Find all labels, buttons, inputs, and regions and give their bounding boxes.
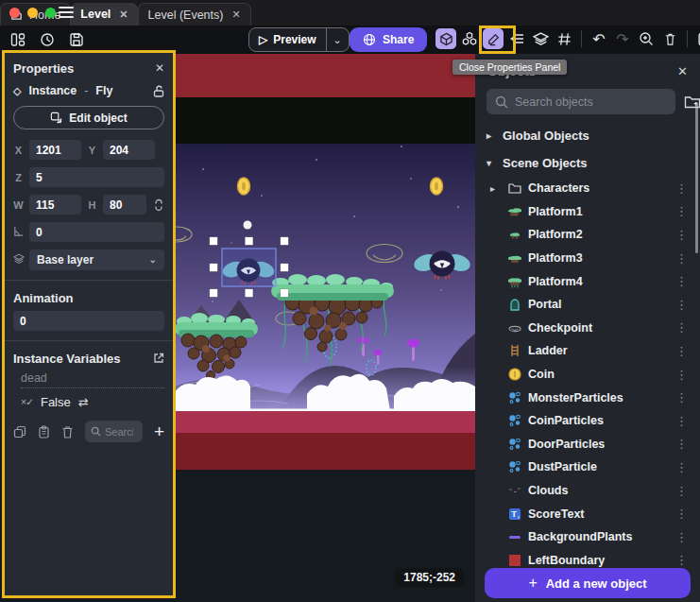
group-label: Global Objects xyxy=(503,129,589,143)
edit-scene-pencil-icon[interactable] xyxy=(483,28,504,49)
preview-dropdown[interactable]: ⌄ xyxy=(326,28,349,51)
group-scene-objects[interactable]: ▾ Scene Objects xyxy=(475,149,700,177)
scene-canvas[interactable]: 1785;-252 xyxy=(175,54,475,602)
coin[interactable] xyxy=(431,178,443,195)
object-list-item[interactable]: Clouds ⋮ xyxy=(475,479,700,503)
object-list-item[interactable]: Checkpoint ⋮ xyxy=(475,317,700,340)
toggle-value-icon[interactable]: ⇄ xyxy=(78,395,89,409)
kebab-menu-icon[interactable]: ⋮ xyxy=(673,437,691,451)
paste-icon[interactable] xyxy=(38,425,50,439)
angle-icon xyxy=(13,226,24,236)
kebab-menu-icon[interactable]: ⋮ xyxy=(673,414,691,428)
close-tab-icon[interactable]: ✕ xyxy=(117,9,128,21)
object-list-item[interactable]: MonsterParticles ⋮ xyxy=(475,386,700,409)
kebab-menu-icon[interactable]: ⋮ xyxy=(673,507,691,521)
history-clock-icon[interactable] xyxy=(37,29,58,50)
variables-search-input[interactable] xyxy=(105,426,133,438)
preview-button[interactable]: ▷ Preview ⌄ xyxy=(248,27,350,52)
kebab-menu-icon[interactable]: ⋮ xyxy=(673,274,691,288)
object-list-item[interactable]: CoinParticles ⋮ xyxy=(475,409,700,433)
unlock-icon[interactable] xyxy=(153,85,164,97)
layer-select[interactable]: Base layer ⌄ xyxy=(29,249,164,270)
objects-scrollbar[interactable] xyxy=(695,102,698,253)
object-item-label: DoorParticles xyxy=(528,438,667,451)
close-window-button[interactable] xyxy=(9,8,20,18)
kebab-menu-icon[interactable]: ⋮ xyxy=(673,181,691,196)
animation-field[interactable] xyxy=(13,311,164,331)
toolbar-divider xyxy=(581,30,582,47)
zoom-in-icon[interactable] xyxy=(636,28,657,49)
kebab-menu-icon[interactable]: ⋮ xyxy=(673,251,691,266)
height-field[interactable] xyxy=(103,195,146,215)
kebab-menu-icon[interactable]: ⋮ xyxy=(673,204,691,218)
group-global-objects[interactable]: ▸ Global Objects xyxy=(475,122,700,149)
minimize-window-button[interactable] xyxy=(27,8,38,18)
close-objects-icon[interactable]: ✕ xyxy=(677,64,688,78)
object-list-item[interactable]: Ladder ⋮ xyxy=(475,339,700,363)
caret-right-icon[interactable]: ▸ xyxy=(490,183,501,194)
variable-value[interactable]: False xyxy=(41,395,71,409)
objects-list: ▸ Characters ⋮ Platform1 ⋮ Platform2 ⋮ P… xyxy=(475,177,700,595)
layers-icon[interactable] xyxy=(530,28,551,49)
add-variable-button[interactable]: + xyxy=(154,422,164,440)
y-field[interactable] xyxy=(103,140,155,160)
close-tab-icon[interactable]: ✕ xyxy=(230,9,240,21)
width-field[interactable] xyxy=(29,195,81,215)
add-new-object-button[interactable]: + Add a new object xyxy=(485,568,691,598)
save-icon[interactable] xyxy=(66,29,87,50)
angle-field[interactable] xyxy=(29,222,164,242)
panels-layout-icon[interactable] xyxy=(8,29,28,50)
delete-icon[interactable] xyxy=(659,28,680,49)
main-menu-icon[interactable] xyxy=(59,7,74,18)
object-item-label: MonsterParticles xyxy=(528,391,667,404)
aspect-ratio-link-icon[interactable] xyxy=(154,198,163,212)
trash-icon[interactable] xyxy=(61,425,74,439)
redo-icon[interactable]: ↷ xyxy=(612,28,633,49)
share-button[interactable]: Share xyxy=(350,27,427,52)
kebab-menu-icon[interactable]: ⋮ xyxy=(673,484,691,498)
variable-name[interactable]: dead xyxy=(21,371,164,388)
grid-icon[interactable] xyxy=(554,28,574,49)
objects-search[interactable] xyxy=(487,89,675,114)
object-list-item[interactable]: ▸ Characters ⋮ xyxy=(475,177,700,200)
close-properties-icon[interactable]: ✕ xyxy=(155,61,164,75)
object-groups-icon[interactable] xyxy=(459,28,480,49)
object-list-item[interactable]: Coin ⋮ xyxy=(475,363,700,387)
kebab-menu-icon[interactable]: ⋮ xyxy=(673,228,691,242)
x-label: X xyxy=(13,145,24,156)
tab-level[interactable]: Level ✕ xyxy=(71,3,137,26)
copy-icon[interactable] xyxy=(13,425,26,439)
object-list-item[interactable]: BackgroundPlants ⋮ xyxy=(475,525,700,549)
object-list-item[interactable]: Portal ⋮ xyxy=(475,293,700,317)
object-item-label: Portal xyxy=(528,298,667,311)
object-list-item[interactable]: Platform4 ⋮ xyxy=(475,269,700,293)
undo-icon[interactable]: ↶ xyxy=(589,28,609,49)
kebab-menu-icon[interactable]: ⋮ xyxy=(673,553,691,567)
kebab-menu-icon[interactable]: ⋮ xyxy=(673,320,691,335)
object-list-item[interactable]: DustParticle ⋮ xyxy=(475,456,700,479)
object-list-item[interactable]: Platform1 ⋮ xyxy=(475,200,700,224)
kebab-menu-icon[interactable]: ⋮ xyxy=(673,460,691,474)
kebab-menu-icon[interactable]: ⋮ xyxy=(673,390,691,404)
tab-level-events[interactable]: Level (Events) ✕ xyxy=(138,3,251,26)
x-field[interactable] xyxy=(29,140,81,160)
object-list-item[interactable]: Platform2 ⋮ xyxy=(475,223,700,247)
objects-search-input[interactable] xyxy=(515,95,667,109)
open-variables-editor-icon[interactable] xyxy=(153,353,164,364)
object-list-item[interactable]: DoorParticles ⋮ xyxy=(475,433,700,456)
z-field[interactable] xyxy=(29,167,164,187)
object-item-label: Characters xyxy=(528,181,667,195)
kebab-menu-icon[interactable]: ⋮ xyxy=(673,344,691,358)
coin[interactable] xyxy=(238,178,250,195)
notes-edit-icon[interactable] xyxy=(694,28,700,49)
kebab-menu-icon[interactable]: ⋮ xyxy=(673,368,691,382)
variables-search[interactable] xyxy=(85,421,143,442)
object-list-item[interactable]: Tx ScoreText ⋮ xyxy=(475,502,700,525)
object-list-item[interactable]: Platform3 ⋮ xyxy=(475,247,700,270)
3d-view-icon[interactable] xyxy=(435,28,456,49)
instances-list-icon[interactable] xyxy=(506,28,527,49)
edit-object-button[interactable]: Edit object xyxy=(13,106,164,129)
kebab-menu-icon[interactable]: ⋮ xyxy=(673,530,691,544)
kebab-menu-icon[interactable]: ⋮ xyxy=(673,298,691,312)
zoom-window-button[interactable] xyxy=(45,8,56,18)
